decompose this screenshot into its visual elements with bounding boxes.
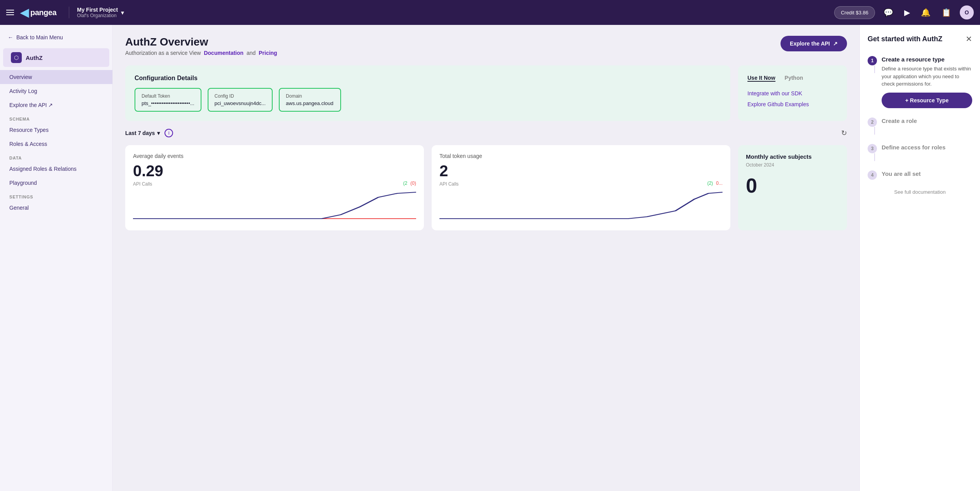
pricing-link[interactable]: Pricing: [259, 50, 277, 56]
daily-events-value: 0.29: [133, 162, 416, 180]
sidebar-item-general[interactable]: General: [0, 201, 112, 215]
close-panel-button[interactable]: ✕: [966, 34, 972, 44]
project-name: My First Project: [77, 7, 118, 13]
config-row: Configuration Details Default Token pts_…: [125, 65, 847, 121]
use-it-now-tab[interactable]: Use It Now: [747, 75, 775, 82]
page-header: AuthZ Overview Authorization as a servic…: [125, 36, 847, 56]
logo-text: pangea: [30, 8, 56, 17]
step-1-content: Create a resource type Define a resource…: [882, 56, 972, 108]
see-docs-link[interactable]: See full documentation: [868, 189, 972, 195]
sidebar-authz-label: AuthZ: [26, 54, 42, 61]
stats-row: Average daily events 0.29 API Calls (2 (…: [125, 145, 847, 230]
step-2-content: Create a role: [882, 117, 972, 135]
config-title: Configuration Details: [135, 75, 721, 82]
token-usage-sublabel: API Calls: [439, 181, 458, 187]
stats-section: Last 7 days ▾ i ↻ Average daily events 0…: [125, 129, 847, 230]
step-3-title: Define access for roles: [882, 144, 972, 151]
step-2-title: Create a role: [882, 117, 972, 124]
domain-label: Domain: [286, 93, 334, 99]
app-layout: ← Back to Main Menu ⬡ AuthZ Overview Act…: [0, 25, 980, 491]
daily-events-sublabel: API Calls: [133, 181, 152, 187]
sidebar-item-overview[interactable]: Overview: [0, 70, 112, 84]
org-name: Olaf's Organization: [77, 13, 118, 18]
step-2: 2 Create a role: [868, 113, 972, 139]
sidebar-item-explore-api[interactable]: Explore the API ↗: [0, 98, 112, 112]
back-to-menu-label: Back to Main Menu: [16, 34, 63, 40]
sidebar: ← Back to Main Menu ⬡ AuthZ Overview Act…: [0, 25, 113, 491]
stat-card-token-usage: Total token usage 2 API Calls (2) 0...: [432, 145, 730, 230]
project-info: My First Project Olaf's Organization: [77, 7, 118, 18]
schema-section-label: SCHEMA: [0, 112, 112, 123]
back-arrow-icon: ←: [8, 34, 13, 40]
step-number-1: 1: [868, 56, 877, 65]
configid-label: Config ID: [215, 93, 266, 99]
youtube-icon[interactable]: ▶: [904, 8, 910, 17]
explore-api-button[interactable]: Explore the API ↗: [780, 36, 847, 51]
stat-card-daily-events: Average daily events 0.29 API Calls (2 (…: [125, 145, 424, 230]
time-chevron-icon: ▾: [157, 130, 160, 136]
data-section-label: DATA: [0, 151, 112, 162]
sidebar-item-authz[interactable]: ⬡ AuthZ: [3, 48, 109, 67]
chat-icon[interactable]: 💬: [884, 8, 893, 17]
sidebar-item-playground[interactable]: Playground: [0, 176, 112, 190]
monthly-card: Monthly active subjects October 2024 0: [738, 145, 847, 230]
steps-list: 1 Create a resource type Define a resour…: [868, 51, 972, 184]
back-to-main-menu[interactable]: ← Back to Main Menu: [0, 30, 112, 45]
doc-link[interactable]: Documentation: [204, 50, 243, 56]
daily-events-badges: (2 (0): [403, 181, 416, 186]
use-it-now-card: Use It Now Python Integrate with our SDK…: [738, 65, 847, 121]
external-link-icon: ↗: [833, 40, 838, 47]
token-label: Default Token: [142, 93, 194, 99]
step-1-desc: Define a resource type that exists withi…: [882, 65, 972, 88]
info-icon[interactable]: i: [164, 129, 173, 137]
step-number-2: 2: [868, 117, 877, 127]
main-content: AuthZ Overview Authorization as a servic…: [113, 25, 859, 491]
credit-button[interactable]: Credit $3.86: [834, 6, 875, 19]
sidebar-item-assigned-roles[interactable]: Assigned Roles & Relations: [0, 162, 112, 176]
step-1: 1 Create a resource type Define a resour…: [868, 51, 972, 113]
integrate-sdk-link[interactable]: Integrate with our SDK: [747, 88, 838, 99]
refresh-icon[interactable]: ↻: [841, 129, 847, 137]
page-title: AuthZ Overview: [125, 36, 277, 48]
config-field-configid: Config ID pci_uwoevsnuujn4dc...: [208, 88, 273, 112]
badge-green-2: (2): [707, 181, 713, 186]
menu-hamburger[interactable]: [6, 10, 14, 15]
monthly-title: Monthly active subjects: [746, 153, 839, 161]
config-card: Configuration Details Default Token pts_…: [125, 65, 730, 121]
config-field-token: Default Token pts_••••••••••••••••••••••…: [135, 88, 201, 112]
badge-red-1: (0): [410, 181, 416, 186]
project-selector[interactable]: My First Project Olaf's Organization ▾: [69, 7, 124, 18]
docs-icon[interactable]: 📋: [942, 8, 951, 17]
github-examples-link[interactable]: Explore Github Examples: [747, 99, 838, 110]
logo: ◀ pangea: [20, 6, 56, 19]
time-filter-button[interactable]: Last 7 days ▾: [125, 130, 160, 136]
daily-events-chart: [133, 191, 416, 223]
bell-icon[interactable]: 🔔: [921, 8, 931, 17]
sidebar-item-resource-types[interactable]: Resource Types: [0, 123, 112, 137]
right-panel-header: Get started with AuthZ ✕: [868, 34, 972, 44]
create-resource-type-button[interactable]: + Resource Type: [882, 93, 972, 108]
settings-section-label: SETTINGS: [0, 190, 112, 201]
sidebar-item-roles-access[interactable]: Roles & Access: [0, 137, 112, 151]
token-usage-chart: [439, 191, 723, 223]
step-3: 3 Define access for roles: [868, 139, 972, 166]
python-tab[interactable]: Python: [785, 75, 803, 82]
avatar[interactable]: O: [960, 5, 974, 19]
token-usage-badges: (2) 0...: [707, 181, 723, 186]
use-it-now-header: Use It Now Python: [747, 75, 838, 82]
step-3-content: Define access for roles: [882, 144, 972, 161]
sidebar-item-activity-log[interactable]: Activity Log: [0, 84, 112, 98]
right-panel: Get started with AuthZ ✕ 1 Create a reso…: [859, 25, 980, 491]
config-field-domain: Domain aws.us.pangea.cloud: [279, 88, 341, 112]
badge-green-1: (2: [403, 181, 408, 186]
step-4: 4 You are all set: [868, 166, 972, 184]
step-4-content: You are all set: [882, 170, 972, 180]
token-value: pts_••••••••••••••••••••••...: [142, 100, 194, 106]
monthly-value: 0: [746, 174, 839, 197]
authz-icon: ⬡: [11, 52, 22, 63]
monthly-date: October 2024: [746, 162, 839, 168]
and-text: and: [247, 50, 256, 56]
sidebar-authz-section: ⬡ AuthZ: [0, 45, 112, 70]
page-subtitle: Authorization as a service View Document…: [125, 50, 277, 56]
badge-red-2: 0...: [716, 181, 723, 186]
